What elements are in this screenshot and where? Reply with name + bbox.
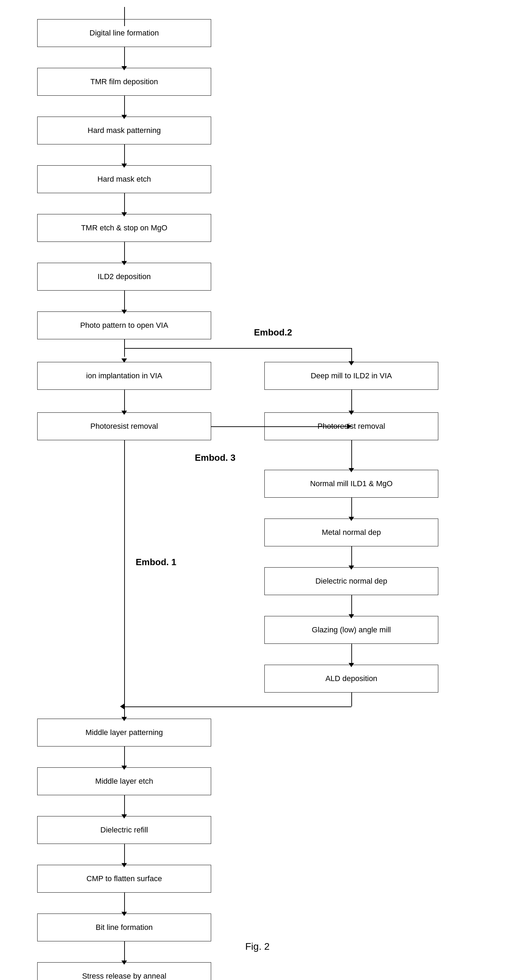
arrow-down (349, 614, 354, 619)
connector-vline (124, 941, 125, 962)
connector-hline (211, 426, 351, 427)
arrow-down (121, 66, 127, 70)
process-box-b22: Stress release by anneal (37, 962, 211, 980)
connector-vline (124, 746, 125, 767)
connector-vline (124, 795, 125, 816)
arrow-down (349, 517, 354, 521)
arrow-down (121, 212, 127, 216)
arrow-down (121, 358, 127, 363)
connector-vline (351, 644, 352, 665)
arrow-down (349, 361, 354, 366)
arrow-down (121, 717, 127, 721)
process-box-b17: Middle layer patterning (37, 719, 211, 746)
process-box-b10: Deep mill to ILD2 in VIA (264, 362, 438, 390)
process-box-b4: Hard mask etch (37, 165, 211, 193)
arrow-down (121, 912, 127, 916)
connector-vline (351, 546, 352, 567)
embod-label-l2: Embod. 3 (195, 452, 235, 463)
arrow-down (121, 115, 127, 119)
arrow-down (121, 765, 127, 770)
arrow-down (121, 164, 127, 168)
arrow-right (347, 423, 351, 429)
process-box-b6: ILD2 deposition (37, 263, 211, 291)
arrow-down (349, 468, 354, 472)
process-box-b21: Bit line formation (37, 913, 211, 941)
process-box-b16: ALD deposition (264, 665, 438, 692)
connector-hline (124, 348, 351, 349)
arrow-down (121, 410, 127, 415)
connector-hline (124, 706, 351, 707)
process-box-b13: Metal normal dep (264, 519, 438, 546)
process-box-b18: Middle layer etch (37, 767, 211, 795)
process-box-b12: Normal mill ILD1 & MgO (264, 470, 438, 498)
connector-vline (124, 145, 125, 165)
process-box-b2: TMR film deposition (37, 68, 211, 96)
connector-vline (124, 193, 125, 214)
connector-vline (351, 348, 352, 362)
process-box-b3: Hard mask patterning (37, 116, 211, 145)
arrow-down (349, 566, 354, 570)
connector-vline (124, 47, 125, 68)
connector-vline (124, 7, 125, 26)
process-box-b7: Photo pattern to open VIA (37, 312, 211, 339)
arrow-down (121, 310, 127, 314)
process-box-b20: CMP to flatten surface (37, 865, 211, 892)
connector-vline (351, 498, 352, 519)
process-box-b19: Dielectric refill (37, 816, 211, 844)
connector-vline (351, 595, 352, 616)
arrow-down (121, 261, 127, 265)
diagram-container: Fig. 2 Digital line formationTMR film de… (0, 0, 511, 980)
arrow-down (121, 961, 127, 965)
connector-vline (351, 390, 352, 412)
arrow-down (349, 410, 354, 415)
connector-vline (124, 390, 125, 412)
connector-vline (124, 844, 125, 865)
process-box-b8: ion implantation in VIA (37, 362, 211, 390)
arrow-down (349, 663, 354, 667)
connector-vline (124, 892, 125, 913)
arrow-down (121, 815, 127, 819)
process-box-b5: TMR etch & stop on MgO (37, 214, 211, 242)
connector-vline (124, 440, 125, 706)
connector-vline (351, 440, 352, 470)
figure-label: Fig. 2 (236, 941, 278, 952)
connector-vline (124, 242, 125, 263)
connector-vline (351, 692, 352, 706)
process-box-b14: Dielectric normal dep (264, 567, 438, 595)
arrow-down (121, 863, 127, 867)
connector-vline (124, 96, 125, 116)
process-box-b9: Photoresist removal (37, 412, 211, 440)
arrow-left (120, 704, 124, 709)
connector-vline (124, 291, 125, 312)
process-box-b15: Glazing (low) angle mill (264, 616, 438, 644)
embod-label-l1: Embod.2 (254, 327, 292, 338)
embod-label-l3: Embod. 1 (136, 557, 176, 568)
